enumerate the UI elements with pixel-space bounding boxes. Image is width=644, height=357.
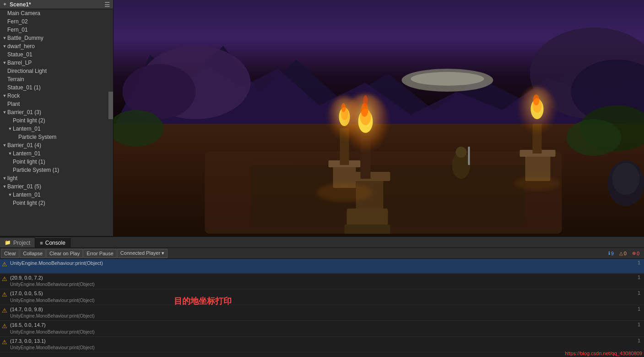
tree-item-barrel-lp[interactable]: Barrel_LP [0,59,108,67]
console-tab-label: Console [45,240,65,246]
tree-item-point-light-1[interactable]: Point light (1) [0,158,108,166]
tab-bar: 📁 Project ≡ Console [0,237,644,248]
log-line1: (17.0, 0.0, 5.5) [10,290,631,297]
warn-icon: △ [619,251,623,256]
tree-item-lantern01-b[interactable]: Lantern_01 [0,149,108,158]
hierarchy-icon: ✦ [3,1,7,7]
log-entry[interactable]: ⚠UnityEngine.MonoBehaviour:print(Object)… [0,259,644,274]
log-line1: (16.5, 0.0, 14.7) [10,322,631,329]
tree-label-point-light-1: Point light (1) [13,159,45,165]
tree-label-statue01: Statue_01 [7,51,32,58]
log-line1: (14.7, 0.0, 9.8) [10,306,631,313]
svg-rect-43 [347,209,388,227]
tree-label-main-camera: Main Camera [7,10,40,16]
tree-item-rock[interactable]: Rock [0,92,108,100]
log-icon: ⚠ [2,339,10,346]
tree-item-barrier01-5[interactable]: Barrier_01 (5) [0,182,108,191]
log-icon: ⚠ [2,275,10,282]
log-count: 1 [631,322,642,327]
error-badge[interactable]: ⊗ 0 [630,249,641,258]
tree-arrow-rock[interactable] [2,93,7,99]
log-text: (14.7, 0.0, 9.8)UnityEngine.MonoBehaviou… [10,306,631,319]
tree-item-particle-system-1[interactable]: Particle System (1) [0,166,108,174]
tree-label-particle-system-1: Particle System (1) [13,167,59,173]
tree-arrow-barrel-lp[interactable] [2,60,7,66]
tree-item-fern02[interactable]: Fern_02 [0,17,108,26]
tree-arrow-lantern01-c[interactable] [7,192,13,198]
tree-item-statue01-1[interactable]: Statue_01 (1) [0,83,108,92]
tree-arrow-battle-dummy[interactable] [2,35,7,41]
log-entry[interactable]: ⚠(20.9, 0.0, 7.2)UnityEngine.MonoBehavio… [0,274,644,289]
svg-point-42 [612,163,640,195]
game-view [114,0,644,236]
hierarchy-menu-icon[interactable]: ☰ [104,1,110,8]
log-line1: (20.9, 0.0, 7.2) [10,275,631,281]
tree-label-dir-light: Directional Light [7,68,47,74]
chinese-annotation: 目的地坐标打印 [174,296,232,307]
clear-button[interactable]: Clear [1,249,19,258]
tree-label-lantern01-c: Lantern_01 [13,192,41,198]
tree-item-main-camera[interactable]: Main Camera [0,9,108,17]
tree-arrow-lantern01-a[interactable] [7,126,13,132]
hierarchy-scroll-thumb[interactable] [108,92,113,119]
tree-item-light[interactable]: light [0,174,108,182]
tree-arrow-dwarf-hero[interactable] [2,44,7,49]
warn-badge[interactable]: △ 0 [617,249,628,258]
top-section: ✦ Scene1* ☰ Main CameraFern_02Fern_01Bat… [0,0,644,236]
log-line2: UnityEngine.MonoBehaviour:print(Object) [10,329,631,335]
tree-arrow-light[interactable] [2,176,7,181]
tree-item-statue01[interactable]: Statue_01 [0,50,108,59]
info-badge[interactable]: ℹ 9 [606,249,616,258]
console-log[interactable]: ⚠UnityEngine.MonoBehaviour:print(Object)… [0,259,644,357]
tree-arrow-lantern01-b[interactable] [7,151,13,156]
tab-console[interactable]: ≡ Console [35,237,70,247]
tree-label-barrier01-3: Barrier_01 (3) [7,109,41,115]
svg-point-37 [411,72,484,86]
hierarchy-list[interactable]: Main CameraFern_02Fern_01Battle_Dummydwa… [0,9,108,236]
log-icon: ⚠ [2,307,10,314]
log-entry[interactable]: ⚠(16.5, 0.0, 14.7)UnityEngine.MonoBehavi… [0,321,644,336]
svg-point-33 [456,147,467,158]
project-tab-icon: 📁 [5,240,11,246]
log-line1: UnityEngine.MonoBehaviour:print(Object) [10,260,631,267]
collapse-button[interactable]: Collapse [20,249,46,258]
svg-rect-44 [345,225,390,234]
tree-item-battle-dummy[interactable]: Battle_Dummy [0,34,108,42]
tree-item-lantern01-c[interactable]: Lantern_01 [0,191,108,199]
connected-player-button[interactable]: Connected Player ▾ [117,249,168,258]
hierarchy-scrollbar[interactable] [108,9,113,236]
svg-point-40 [567,119,622,156]
tree-item-lantern01-a[interactable]: Lantern_01 [0,125,108,133]
tree-item-point-light-2[interactable]: Point light (2) [0,116,108,125]
tree-item-barrier01-4[interactable]: Barrier_01 (4) [0,141,108,149]
tree-item-plant[interactable]: Plant [0,100,108,108]
clear-on-play-button[interactable]: Clear on Play [46,249,83,258]
project-tab-label: Project [13,240,30,246]
tree-arrow-barrier01-3[interactable] [2,110,7,115]
svg-rect-35 [468,147,470,165]
log-line2: UnityEngine.MonoBehaviour:print(Object) [10,297,631,304]
tree-item-terrain[interactable]: Terrain [0,75,108,83]
tree-label-lantern01-a: Lantern_01 [13,126,41,132]
tree-item-dwarf-hero[interactable]: dwarf_hero [0,42,108,50]
tree-arrow-barrier01-5[interactable] [2,184,7,189]
tree-arrow-barrier01-4[interactable] [2,143,7,148]
svg-point-45 [317,183,372,202]
tree-label-particle-system: Particle System [18,134,56,140]
tree-label-point-light-2b: Point light (2) [13,200,45,206]
log-entry[interactable]: ⚠(17.0, 0.0, 5.5)UnityEngine.MonoBehavio… [0,289,644,305]
log-entry[interactable]: ⚠(17.3, 0.0, 13.1)UnityEngine.MonoBehavi… [0,337,644,352]
tree-label-fern01: Fern_01 [7,27,28,33]
tree-item-fern01[interactable]: Fern_01 [0,26,108,34]
tree-item-particle-system[interactable]: Particle System [0,133,108,141]
log-count: 1 [631,306,642,312]
tree-item-dir-light[interactable]: Directional Light [0,67,108,75]
console-toolbar: Clear Collapse Clear on Play Error Pause… [0,248,644,259]
tree-item-point-light-2b[interactable]: Point light (2) [0,199,108,207]
tree-item-barrier01-3[interactable]: Barrier_01 (3) [0,108,108,116]
svg-rect-34 [455,158,468,169]
log-entry[interactable]: ⚠(14.7, 0.0, 9.8)UnityEngine.MonoBehavio… [0,305,644,321]
error-pause-button[interactable]: Error Pause [83,249,117,258]
tab-project[interactable]: 📁 Project [0,237,35,247]
log-line2: UnityEngine.MonoBehaviour:print(Object) [10,281,631,288]
